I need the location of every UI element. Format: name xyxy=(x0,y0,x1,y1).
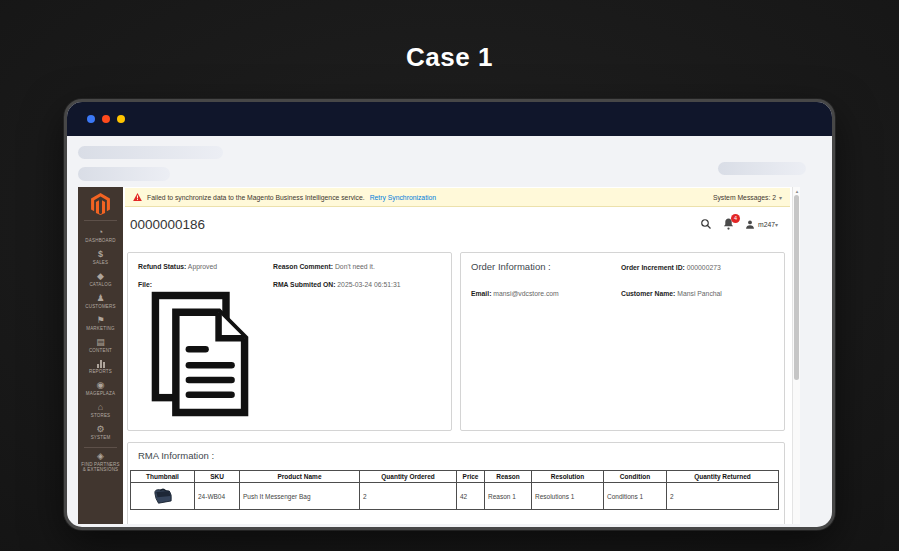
order-information-card: Order Information : Order Increment ID: … xyxy=(460,252,785,431)
sidebar-item-system[interactable]: ⚙ SYSTEM xyxy=(78,424,123,440)
user-account-menu[interactable]: m247 ▾ xyxy=(745,219,778,230)
sidebar-item-label: DASHBOARD xyxy=(85,238,115,243)
sidebar-item-content[interactable]: ▤ CONTENT xyxy=(78,337,123,353)
rma-submitted-value: 2025-03-24 06:51:31 xyxy=(337,281,400,288)
sidebar-item-find-partners[interactable]: ◈ FIND PARTNERS & EXTENSIONS xyxy=(78,451,123,472)
window-dot-red[interactable] xyxy=(102,115,110,123)
page-title: Case 1 xyxy=(0,42,899,73)
email-value: mansi@vdcstore.com xyxy=(493,290,558,297)
table-header-row: Thumbnail SKU Product Name Quantity Orde… xyxy=(131,471,779,483)
sidebar-item-customers[interactable]: ♟ CUSTOMERS xyxy=(78,293,123,309)
chevron-down-icon: ▾ xyxy=(775,221,778,228)
gauge-icon: ◔ xyxy=(98,227,103,237)
sidebar-item-label: FIND PARTNERS & EXTENSIONS xyxy=(81,462,121,472)
scrollbar-thumb[interactable] xyxy=(794,195,799,380)
rma-information-title: RMA Information : xyxy=(138,450,214,461)
window-dot-yellow[interactable] xyxy=(117,115,125,123)
order-increment-field: Order Increment ID: 000000273 xyxy=(621,264,721,271)
megaphone-icon: ⚑ xyxy=(96,315,104,325)
sidebar-item-label: CONTENT xyxy=(89,348,112,353)
sidebar-item-label: SALES xyxy=(93,260,109,265)
sidebar-item-dashboard[interactable]: ◔ DASHBOARD xyxy=(78,227,123,243)
document-icon: ▤ xyxy=(96,337,105,347)
sidebar-item-stores[interactable]: ⌂ STORES xyxy=(78,402,123,418)
skeleton-bar xyxy=(78,167,170,181)
product-thumbnail-cell xyxy=(131,483,195,510)
user-icon xyxy=(745,219,755,230)
system-message-banner: Failed to synchronize data to the Magent… xyxy=(125,188,790,207)
quantity-ordered-cell: 2 xyxy=(360,483,457,510)
refund-status-field: Refund Status: Approved xyxy=(138,263,217,270)
cube-icon: ◆ xyxy=(97,271,104,281)
col-product-name: Product Name xyxy=(240,471,360,483)
chevron-down-icon[interactable]: ▾ xyxy=(779,194,782,201)
refund-status-value: Approved xyxy=(188,263,217,270)
monkey-icon: ◉ xyxy=(97,380,105,390)
window-dot-blue[interactable] xyxy=(87,115,95,123)
gear-icon: ⚙ xyxy=(96,424,104,434)
rma-submitted-label: RMA Submited ON: xyxy=(273,281,335,288)
magento-logo-icon xyxy=(91,193,110,215)
sidebar-divider xyxy=(84,447,117,448)
col-quantity-returned: Quantity Returned xyxy=(667,471,779,483)
sidebar-item-label: STORES xyxy=(91,413,111,418)
sidebar-item-label: SYSTEM xyxy=(91,435,111,440)
skeleton-bar xyxy=(78,146,223,159)
col-resolution: Resolution xyxy=(532,471,604,483)
refund-details-card: Refund Status: Approved Reason Comment: … xyxy=(127,252,452,431)
email-label: Email: xyxy=(471,290,491,297)
browser-window: ◔ DASHBOARD $ SALES ◆ CATALOG ♟ CUSTOMER… xyxy=(64,99,835,530)
notification-count-badge: 4 xyxy=(731,214,740,223)
table-row: 24-WB04 Push It Messenger Bag 2 42 Reaso… xyxy=(131,483,779,510)
reason-comment-label: Reason Comment: xyxy=(273,263,333,270)
sidebar-item-marketing[interactable]: ⚑ MARKETING xyxy=(78,315,123,331)
package-icon: ◈ xyxy=(97,451,104,461)
scroll-up-icon[interactable]: ▴ xyxy=(793,188,800,194)
search-icon[interactable] xyxy=(700,218,712,230)
reason-comment-value: Don't need it. xyxy=(335,263,375,270)
system-messages-label[interactable]: System Messages: 2 xyxy=(713,194,776,201)
barchart-icon xyxy=(97,359,105,368)
rma-items-table: Thumbnail SKU Product Name Quantity Orde… xyxy=(130,470,779,510)
reason-comment-field: Reason Comment: Don't need it. xyxy=(273,263,375,270)
product-thumbnail-image xyxy=(152,487,174,505)
condition-cell: Conditions 1 xyxy=(604,483,667,510)
attached-file-document-icon[interactable] xyxy=(148,286,252,422)
rma-id-title: 0000000186 xyxy=(130,217,205,232)
order-information-title: Order Information : xyxy=(471,261,551,272)
customer-name-value: Mansi Panchal xyxy=(677,290,722,297)
sidebar-item-label: MARKETING xyxy=(86,326,115,331)
admin-content: Failed to synchronize data to the Magent… xyxy=(123,187,792,524)
admin-header-actions: 4 m247 ▾ xyxy=(700,218,778,230)
col-quantity-ordered: Quantity Ordered xyxy=(360,471,457,483)
email-field: Email: mansi@vdcstore.com xyxy=(471,290,559,297)
col-reason: Reason xyxy=(485,471,532,483)
resolution-cell: Resolutions 1 xyxy=(532,483,604,510)
person-icon: ♟ xyxy=(96,293,104,303)
store-icon: ⌂ xyxy=(98,402,103,412)
skeleton-bar xyxy=(718,162,806,175)
admin-sidebar: ◔ DASHBOARD $ SALES ◆ CATALOG ♟ CUSTOMER… xyxy=(78,187,123,524)
price-cell: 42 xyxy=(457,483,485,510)
sidebar-item-sales[interactable]: $ SALES xyxy=(78,249,123,265)
customer-name-label: Customer Name: xyxy=(621,290,675,297)
notifications-bell-icon[interactable]: 4 xyxy=(723,218,734,230)
reason-cell: Reason 1 xyxy=(485,483,532,510)
col-condition: Condition xyxy=(604,471,667,483)
sidebar-item-label: CATALOG xyxy=(89,282,111,287)
order-increment-label: Order Increment ID: xyxy=(621,264,685,271)
vertical-scrollbar[interactable]: ▴ xyxy=(792,187,800,524)
rma-information-card: RMA Information : Thumbnail SKU Product … xyxy=(127,442,785,524)
warning-icon xyxy=(133,193,142,201)
retry-synchronization-link[interactable]: Retry Synchronization xyxy=(370,194,437,201)
sidebar-item-label: CUSTOMERS xyxy=(85,304,115,309)
sidebar-item-mageplaza[interactable]: ◉ MAGEPLAZA xyxy=(78,380,123,396)
magento-admin-panel: ◔ DASHBOARD $ SALES ◆ CATALOG ♟ CUSTOMER… xyxy=(78,187,800,524)
sidebar-item-reports[interactable]: REPORTS xyxy=(78,359,123,374)
product-name-cell: Push It Messenger Bag xyxy=(240,483,360,510)
customer-name-field: Customer Name: Mansi Panchal xyxy=(621,290,722,297)
col-price: Price xyxy=(457,471,485,483)
quantity-returned-cell: 2 xyxy=(667,483,779,510)
magento-logo[interactable] xyxy=(84,187,117,221)
sidebar-item-catalog[interactable]: ◆ CATALOG xyxy=(78,271,123,287)
